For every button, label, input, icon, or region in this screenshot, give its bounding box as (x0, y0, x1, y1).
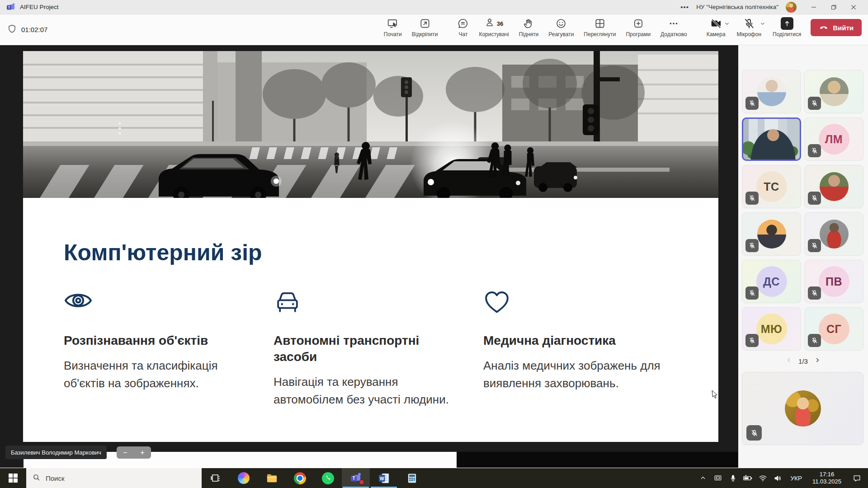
participants-panel: ЛМ ТС ДС ПВ (738, 45, 868, 468)
file-explorer-icon[interactable] (258, 468, 286, 488)
participants-grid: ЛМ ТС ДС ПВ (742, 70, 863, 351)
participant-tile[interactable]: ЛМ (804, 117, 863, 161)
svg-text:T: T (352, 476, 355, 481)
active-speaker-tile[interactable] (742, 117, 801, 161)
hang-up-icon (819, 22, 829, 33)
close-button[interactable] (844, 0, 863, 14)
participants-button[interactable]: 36 Користувачі (474, 18, 514, 38)
mic-muted-icon (745, 192, 759, 205)
participant-tile[interactable]: МЮ (742, 307, 801, 351)
camera-off-icon (710, 18, 722, 29)
minimize-button[interactable] (804, 0, 824, 14)
calculator-icon[interactable] (398, 468, 426, 488)
teams-taskbar-icon[interactable]: T (342, 468, 370, 488)
avatar (757, 77, 786, 106)
avatar (820, 220, 849, 249)
initials-avatar: ПВ (819, 266, 849, 297)
tray-expand-icon[interactable] (697, 468, 709, 488)
titlebar-more-icon[interactable]: ••• (680, 3, 689, 11)
presentation-slide: Комп'ютерний зір Розпізнавання об'єктів … (23, 51, 718, 442)
zoom-out-button[interactable]: − (118, 449, 132, 456)
unpin-button[interactable]: Відкріпити (407, 18, 443, 38)
language-indicator[interactable]: УКР (787, 475, 805, 482)
start-presenting-button[interactable]: Почати (379, 18, 407, 38)
react-icon (555, 18, 567, 29)
shared-screen-dark-strip (457, 452, 738, 468)
mouse-cursor (712, 390, 720, 399)
cast-display-icon[interactable] (712, 468, 724, 488)
task-view-button[interactable] (202, 468, 230, 488)
wifi-icon[interactable] (757, 468, 769, 488)
participant-tile[interactable]: ПВ (804, 260, 863, 303)
word-taskbar-icon[interactable]: W (370, 468, 398, 488)
mic-options-chevron-icon[interactable] (760, 20, 766, 28)
feature-heading: Автономні транспортні засоби (274, 333, 441, 365)
initials-avatar: ТС (756, 171, 787, 202)
page-prev-icon[interactable] (786, 357, 792, 365)
mic-muted-icon (808, 239, 821, 252)
clock[interactable]: 17:16 11.03.2025 (809, 471, 845, 485)
shared-content-stage: Комп'ютерний зір Розпізнавання об'єктів … (0, 45, 738, 468)
avatar (820, 172, 849, 201)
more-button[interactable]: Додатково (656, 18, 692, 38)
raise-hand-icon (523, 18, 534, 29)
tray-mic-icon[interactable] (727, 468, 739, 488)
user-avatar[interactable] (786, 2, 797, 13)
apps-button[interactable]: Програми (621, 18, 656, 38)
title-bar: T AIFEU Project ••• НУ "Чернігівська пол… (0, 0, 868, 14)
slide-title: Комп'ютерний зір (64, 239, 718, 266)
share-button[interactable]: Поділитися (768, 18, 806, 38)
participant-tile[interactable]: ТС (742, 165, 801, 208)
start-presenting-icon (387, 18, 399, 29)
avatar (757, 220, 786, 249)
participant-tile[interactable] (804, 165, 863, 208)
start-button[interactable] (0, 468, 26, 488)
action-center-icon[interactable] (848, 468, 865, 488)
participant-tile[interactable] (804, 212, 863, 256)
chat-icon (457, 18, 469, 29)
page-indicator: 1/3 (798, 357, 808, 365)
zoom-in-button[interactable]: + (136, 449, 149, 456)
meeting-toolbar: 01:02:07 Почати Відкріпити Чат 36 Корист… (0, 14, 868, 45)
page-next-icon[interactable] (814, 357, 821, 365)
microphone-button[interactable]: Мікрофон (732, 18, 762, 38)
feature-object-recognition: Розпізнавання об'єктів Визначення та кла… (64, 289, 260, 408)
whatsapp-icon[interactable] (314, 468, 342, 488)
participant-tile[interactable]: ДС (742, 260, 801, 303)
feature-medical-diagnostics: Медична діагностика Аналіз медичних зобр… (483, 289, 679, 408)
participant-tile[interactable] (742, 70, 801, 113)
participant-tile[interactable] (804, 70, 863, 113)
copilot-icon[interactable] (230, 468, 258, 488)
chat-button[interactable]: Чат (452, 18, 474, 38)
meeting-title: НУ "Чернігівська політехніка" (696, 4, 778, 10)
zoom-controls: − + (117, 446, 151, 459)
car-icon (274, 289, 470, 315)
battery-icon[interactable] (742, 468, 754, 488)
chrome-icon[interactable] (286, 468, 314, 488)
leave-button[interactable]: Вийти (811, 19, 862, 36)
participant-tile[interactable]: СГ (804, 307, 863, 351)
self-video-tile[interactable] (742, 372, 863, 445)
camera-options-chevron-icon[interactable] (724, 20, 730, 28)
tray-time: 17:16 (820, 471, 835, 478)
search-icon (33, 474, 40, 483)
street-scene-photo (23, 51, 718, 198)
maximize-button[interactable] (824, 0, 844, 14)
react-button[interactable]: Реагувати (543, 18, 579, 38)
share-icon (781, 17, 793, 30)
taskbar-search[interactable]: Поиск (26, 468, 202, 488)
presenter-name-label: Базилевич Володимир Маркович (5, 446, 107, 459)
view-button[interactable]: Переглянути (579, 18, 621, 38)
camera-button[interactable]: Камера (702, 18, 726, 38)
mic-muted-icon (808, 97, 821, 110)
mic-muted-icon (745, 97, 759, 110)
teams-logo-icon: T (6, 3, 15, 12)
mic-muted-icon (746, 425, 762, 441)
teams-window: T AIFEU Project ••• НУ "Чернігівська пол… (0, 0, 868, 488)
raise-hand-button[interactable]: Підняти (514, 18, 544, 38)
mic-muted-icon (808, 144, 821, 157)
participant-tile[interactable] (742, 212, 801, 256)
feature-body: Навігація та керування автомобілем без у… (274, 373, 462, 408)
mic-muted-icon (745, 239, 759, 252)
speaker-icon[interactable] (772, 468, 783, 488)
